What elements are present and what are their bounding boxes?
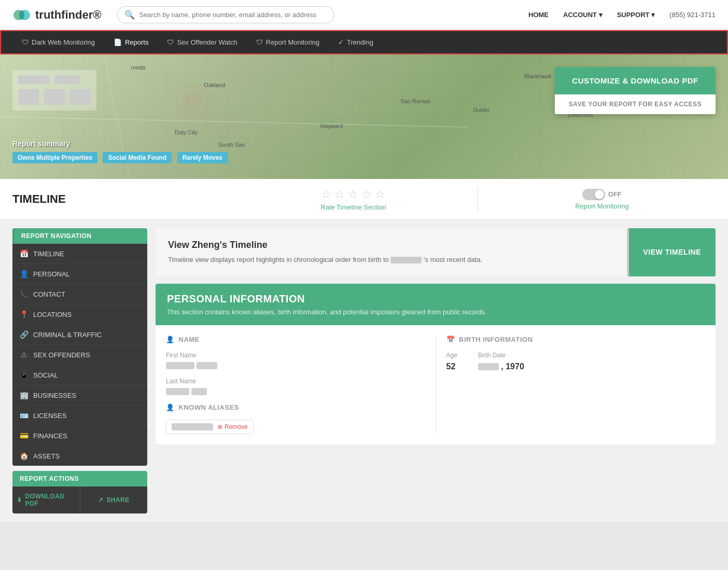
nav-phone: (855) 921-3711: [669, 11, 716, 19]
first-name-value: [166, 362, 425, 369]
share-button[interactable]: ↗ SHARE: [80, 486, 148, 513]
sidebar-assets-label: ASSETS: [33, 452, 60, 460]
sidebar-item-businesses[interactable]: 🏢 BUSINESSES: [12, 385, 147, 406]
badge-rarely-moves[interactable]: Rarely Moves: [177, 152, 228, 163]
criminal-icon: 🔗: [20, 330, 28, 339]
remove-icon: ⊗: [217, 423, 222, 430]
reports-icon: 📄: [114, 38, 122, 46]
first-name-redacted-1: [166, 362, 194, 369]
sidebar-item-locations[interactable]: 📍 LOCATIONS: [12, 304, 147, 325]
badge-social-media[interactable]: Social Media Found: [103, 152, 172, 163]
save-report-label: SAVE YOUR REPORT FOR EASY ACCESS: [555, 94, 716, 114]
alias-tag: ⊗ Remove: [166, 420, 254, 434]
sidebar-item-sex-offenders[interactable]: ⚠ SEX OFFENDERS: [12, 345, 147, 365]
map-label-dublin: Dublin: [473, 107, 489, 113]
nav-account[interactable]: ACCOUNT ▾: [563, 11, 603, 19]
star-5[interactable]: ☆: [375, 188, 385, 201]
birth-date-redacted: [478, 363, 499, 370]
rate-timeline-label[interactable]: Rate Timeline Section: [320, 203, 386, 211]
locations-icon: 📍: [20, 310, 28, 318]
star-4[interactable]: ☆: [361, 188, 372, 201]
aliases-title: 👤 KNOWN ALIASES: [166, 404, 425, 411]
sidebar-contact-label: CONTACT: [33, 290, 65, 298]
sec-nav-sex-offender-label: Sex Offender Watch: [177, 38, 237, 46]
logo-text: truthfinder®: [35, 8, 101, 22]
star-1[interactable]: ☆: [321, 188, 331, 201]
personal-info-section: PERSONAL INFORMATION This section contai…: [156, 284, 716, 444]
redacted-name: [390, 257, 422, 263]
timeline-card-content: View Zheng's Timeline Timeline view disp…: [156, 228, 627, 276]
birth-date-value: , 1970: [478, 362, 524, 371]
download-pdf-button[interactable]: ⬇ DOWNLOAD PDF: [12, 486, 80, 513]
sidebar-sex-offenders-label: SEX OFFENDERS: [33, 351, 90, 359]
toggle-track[interactable]: [582, 189, 605, 200]
sidebar-item-licenses[interactable]: 🪪 LICENSES: [12, 406, 147, 426]
map-label-daly: Daly City: [175, 129, 198, 135]
sec-nav-reports[interactable]: 📄 Reports: [105, 31, 157, 53]
view-timeline-button[interactable]: VIEW TIMELINE: [629, 228, 716, 276]
download-pdf-label: DOWNLOAD PDF: [25, 493, 76, 507]
sidebar-social-label: SOCIAL: [33, 371, 58, 379]
last-name-value: [166, 388, 425, 395]
known-aliases-section: 👤 KNOWN ALIASES ⊗ Remove: [166, 404, 425, 434]
sec-nav-report-monitoring[interactable]: 🛡 Report Monitoring: [248, 31, 328, 53]
remove-label: Remove: [225, 423, 248, 430]
remove-alias-button[interactable]: ⊗ Remove: [217, 423, 248, 430]
star-rating[interactable]: ☆ ☆ ☆ ☆ ☆: [321, 188, 385, 201]
logo[interactable]: truthfinder®: [12, 8, 101, 22]
calendar-icon: 📅: [446, 336, 455, 343]
sec-nav-report-monitoring-label: Report Monitoring: [266, 38, 319, 46]
age-label: Age: [446, 352, 457, 359]
age-value: 52: [446, 362, 457, 371]
toggle-monitoring[interactable]: OFF: [582, 189, 622, 200]
nav-support[interactable]: SUPPORT ▾: [617, 11, 655, 19]
last-name-label: Last Name: [166, 378, 425, 385]
timeline-card-description: Timeline view displays report highlights…: [168, 255, 614, 265]
report-summary-label: Report summary: [12, 140, 231, 148]
sec-nav-trending[interactable]: ✓ Trending: [330, 31, 382, 53]
sidebar-licenses-label: LICENSES: [33, 412, 66, 420]
first-name-label: First Name: [166, 352, 425, 359]
first-name-redacted-2: [197, 362, 217, 369]
report-monitoring-label[interactable]: Report Monitoring: [575, 202, 628, 210]
contact-icon: 📞: [20, 290, 28, 298]
customize-download-button[interactable]: CUSTOMIZE & DOWNLOAD PDF: [555, 67, 716, 94]
sidebar-item-timeline[interactable]: 📅 TIMELINE: [12, 244, 147, 264]
last-name-redacted-2: [191, 388, 207, 395]
star-3[interactable]: ☆: [348, 188, 358, 201]
sidebar-personal-label: PERSONAL: [33, 270, 70, 278]
badge-owns-properties[interactable]: Owns Multiple Properties: [12, 152, 97, 163]
sidebar-nav: REPORT NAVIGATION 📅 TIMELINE 👤 PERSONAL …: [12, 228, 147, 466]
nav-home[interactable]: HOME: [528, 11, 549, 19]
star-2[interactable]: ☆: [334, 188, 345, 201]
sidebar-item-criminal[interactable]: 🔗 CRIMINAL & TRAFFIC: [12, 325, 147, 345]
stars-rating-section: ☆ ☆ ☆ ☆ ☆ Rate Timeline Section: [240, 188, 467, 211]
sidebar-item-social[interactable]: 📱 SOCIAL: [12, 365, 147, 385]
share-label: SHARE: [106, 496, 130, 504]
personal-info-desc: This section contains known aliases, bir…: [167, 308, 704, 316]
sec-nav-dark-web[interactable]: 🛡 Dark Web Monitoring: [13, 31, 103, 53]
timeline-icon: 📅: [20, 249, 28, 258]
sidebar-nav-header: REPORT NAVIGATION: [12, 228, 147, 244]
sidebar-item-finances[interactable]: 💳 FINANCES: [12, 426, 147, 446]
sidebar-item-assets[interactable]: 🏠 ASSETS: [12, 446, 147, 466]
map-label-meda: meda: [131, 64, 146, 71]
finances-icon: 💳: [20, 432, 28, 440]
birth-date-label: Birth Date: [478, 352, 524, 359]
search-bar[interactable]: 🔍: [117, 6, 334, 23]
toggle-thumb: [595, 190, 604, 199]
sidebar-item-personal[interactable]: 👤 PERSONAL: [12, 264, 147, 284]
timeline-card: View Zheng's Timeline Timeline view disp…: [156, 228, 716, 276]
birth-column: 📅 BIRTH INFORMATION Age 52 Birth Date: [436, 336, 706, 434]
sidebar-action-buttons: ⬇ DOWNLOAD PDF ↗ SHARE: [12, 486, 147, 513]
sidebar: REPORT NAVIGATION 📅 TIMELINE 👤 PERSONAL …: [12, 228, 147, 513]
svg-point-2: [19, 10, 24, 20]
main-content: REPORT NAVIGATION 📅 TIMELINE 👤 PERSONAL …: [0, 220, 728, 522]
download-card: CUSTOMIZE & DOWNLOAD PDF SAVE YOUR REPOR…: [555, 67, 716, 114]
sidebar-item-contact[interactable]: 📞 CONTACT: [12, 284, 147, 304]
social-icon: 📱: [20, 371, 28, 379]
search-icon: 🔍: [124, 10, 135, 20]
search-input[interactable]: [139, 11, 327, 19]
sec-nav-sex-offender[interactable]: 🛡 Sex Offender Watch: [159, 31, 245, 53]
sidebar-locations-label: LOCATIONS: [33, 311, 72, 318]
